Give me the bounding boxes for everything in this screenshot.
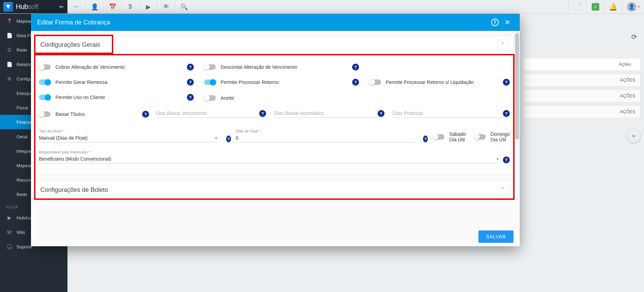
toolbar-left: ← 👤 📅 $ ▶ 👁 🔍: [67, 0, 193, 13]
brand-name: Hubsoft: [16, 3, 38, 11]
help-icon[interactable]: ?: [259, 110, 266, 117]
avatar-icon: 👤: [627, 2, 636, 12]
toggle-baixar-titulos[interactable]: [39, 111, 51, 117]
help-icon[interactable]: ?: [142, 111, 149, 118]
play-icon: ▶: [6, 215, 13, 220]
calendar-button[interactable]: 📅: [103, 0, 121, 13]
sidebar-item-label: Wiki: [17, 230, 25, 235]
pdf-icon: 📄: [574, 3, 581, 11]
sidebar-collapse-icon[interactable]: ⇤: [60, 3, 64, 10]
help-icon[interactable]: ?: [378, 110, 384, 117]
help-icon[interactable]: ?: [352, 79, 359, 86]
account-menu[interactable]: 👤▾: [622, 0, 644, 13]
help-icon[interactable]: ?: [503, 79, 510, 86]
card-title: Configurações Gerais: [40, 41, 100, 48]
stack-icon: ☰: [6, 47, 13, 53]
modal-footer: SALVAR: [31, 227, 520, 246]
pdf-button[interactable]: 📄: [568, 0, 586, 13]
doc-icon: 📄: [6, 33, 13, 38]
toggle-descontar-alteracao[interactable]: [204, 64, 216, 70]
save-button[interactable]: SALVAR: [478, 230, 514, 243]
field-label: Tipo de Float *: [39, 129, 63, 133]
toggle-label: Descontar Alteração de Vencimento: [221, 64, 297, 70]
toggle-label: Permite Processar Retorno: [221, 79, 279, 85]
help-icon[interactable]: ?: [352, 64, 359, 71]
play-button[interactable]: ▶: [139, 0, 157, 13]
toggle-label: Baixar Títulos: [55, 111, 85, 117]
toggle-label: Cobrar Alteração de Vencimento: [55, 64, 125, 70]
help-icon[interactable]: ?: [226, 136, 231, 142]
sidebar-item-label: Rede: [17, 192, 27, 197]
toggle-label: Aceite: [221, 95, 234, 101]
toolbar-right: 📄 ✓ 🔔 👤▾: [568, 0, 644, 13]
toggle-domingo-util[interactable]: [474, 134, 486, 140]
search-button[interactable]: 🔍: [175, 0, 193, 13]
toggle-cobrar-alteracao[interactable]: [39, 64, 51, 70]
sidebar-item-label: Geral: [17, 134, 28, 139]
toggle-permite-retorno-sliq[interactable]: [369, 79, 381, 85]
behind-panel: Ações AÇÕES AÇÕES AÇÕES: [524, 58, 641, 121]
card-config-gerais: Configurações Gerais ˄ Cobrar Alteração …: [35, 36, 514, 175]
help-icon[interactable]: ?: [503, 110, 510, 117]
input-dias-protestar[interactable]: [393, 109, 510, 118]
select-tipo-float[interactable]: [39, 134, 218, 142]
card-header-config-boleto[interactable]: Configurações de Boleto ˄: [35, 181, 513, 199]
toggle-permite-remessa[interactable]: [39, 79, 51, 85]
pin-icon: 📍: [6, 18, 13, 24]
chevron-up-icon: ˄: [501, 42, 504, 48]
help-button[interactable]: ?: [489, 16, 501, 29]
report-icon: 📄: [6, 62, 13, 67]
user-button[interactable]: 👤: [85, 0, 103, 13]
help-icon[interactable]: ?: [503, 156, 510, 163]
toggle-label: Domingo Dia Útil: [490, 131, 510, 142]
visibility-button[interactable]: 👁: [157, 0, 175, 13]
help-icon[interactable]: ?: [187, 94, 194, 101]
back-button[interactable]: ←: [67, 0, 85, 13]
help-icon[interactable]: ?: [423, 136, 428, 142]
acoes-header-1[interactable]: AÇÕES: [524, 74, 641, 87]
card-config-boleto: Configurações de Boleto ˄: [35, 181, 514, 199]
field-label: Dias de Float *: [236, 129, 261, 133]
help-icon[interactable]: ?: [187, 64, 194, 71]
status-ok-button[interactable]: ✓: [586, 0, 604, 13]
wiki-icon: W: [6, 229, 13, 235]
bell-icon: 🔔: [609, 3, 617, 11]
chevron-down-icon: ▾: [497, 157, 499, 161]
scrollbar-thumb[interactable]: [515, 33, 519, 140]
input-dias-baixar-vencimento[interactable]: [156, 109, 266, 118]
acoes-header-small: Ações: [524, 58, 641, 71]
help-icon[interactable]: ?: [187, 79, 194, 86]
sidebar-item-label: Suporte: [17, 244, 32, 249]
toggle-sabado-util[interactable]: [433, 134, 444, 140]
modal-editar-forma-cobranca: Editar Forma de Cobrança ? ✕ Configuraçõ…: [31, 14, 520, 246]
check-icon: ✓: [592, 3, 599, 11]
chevron-up-icon: ˄: [501, 187, 504, 193]
headset-icon: 🎧: [6, 244, 13, 249]
modal-body: Configurações Gerais ˄ Cobrar Alteração …: [31, 31, 520, 227]
select-responsavel-impressao[interactable]: [39, 155, 499, 163]
collapse-button[interactable]: ˄: [497, 39, 508, 51]
money-button[interactable]: $: [121, 0, 139, 13]
modal-header: Editar Forma de Cobrança ? ✕: [31, 14, 520, 31]
toggle-permite-retorno[interactable]: [204, 79, 216, 85]
chevron-down-icon: ▾: [638, 4, 640, 9]
sidebar-item-label: Rede: [17, 47, 27, 53]
input-dias-float[interactable]: [236, 134, 415, 142]
expand-fab[interactable]: »: [627, 129, 641, 143]
logo-area: Hubsoft ⇤: [0, 0, 67, 13]
acoes-header-3[interactable]: AÇÕES: [524, 105, 641, 118]
toggle-label: Permite Uso no Cliente: [55, 95, 105, 100]
card-body-config-gerais: Cobrar Alteração de Vencimento ? Descont…: [35, 54, 513, 174]
notifications-button[interactable]: 🔔: [604, 0, 622, 13]
field-label: Responsável pela Impressão *: [39, 150, 90, 154]
card-header-config-gerais[interactable]: Configurações Gerais ˄: [35, 36, 513, 54]
input-dias-baixar-automatico[interactable]: [274, 109, 384, 118]
collapse-button[interactable]: ˄: [497, 184, 508, 196]
toggle-aceite[interactable]: [204, 95, 216, 101]
close-icon: ✕: [505, 18, 510, 26]
toggle-permite-uso-cliente[interactable]: [39, 95, 51, 100]
help-icon: ?: [491, 19, 499, 26]
refresh-button[interactable]: ⟳: [631, 33, 637, 41]
close-button[interactable]: ✕: [501, 16, 514, 29]
acoes-header-2[interactable]: AÇÕES: [524, 89, 641, 102]
